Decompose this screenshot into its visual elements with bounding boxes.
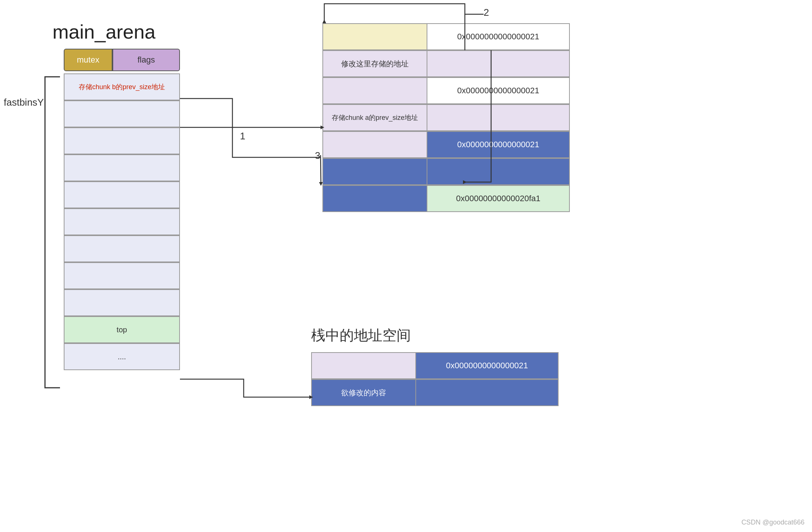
chunk-cell-1-right: 0x0000000000000021: [427, 23, 570, 50]
chunk-cell-3-left: [322, 77, 427, 104]
chunk-row-4: 存储chunk a的prev_size地址: [322, 104, 570, 131]
label-num3: 3: [315, 150, 320, 161]
arena-row-dots: ....: [64, 343, 180, 370]
chunk-cell-7-right: 0x00000000000020fa1: [427, 185, 570, 212]
chunk-row-7: 0x00000000000020fa1: [322, 185, 570, 212]
arena-row-8: [64, 262, 180, 289]
chunk-cell-7-left: [322, 185, 427, 212]
arena-row-5: [64, 181, 180, 208]
page-title: main_arena: [52, 21, 156, 43]
stack-title: 桟中的地址空间: [311, 326, 411, 345]
arena-row-9: [64, 289, 180, 316]
svg-marker-0: [322, 19, 326, 23]
watermark: CSDN @goodcat666: [742, 519, 805, 526]
row1-label: 存储chunk b的prev_size地址: [79, 82, 165, 91]
arena-rows: 存储chunk b的prev_size地址 top ....: [64, 73, 180, 370]
chunk-cell-4-right: [427, 104, 570, 131]
stack-row-1: 0x0000000000000021: [311, 352, 559, 379]
stack-row-2: 欲修改的内容: [311, 379, 559, 406]
chunk-cell-5-left: [322, 131, 427, 158]
chunk-cell-2-right: [427, 50, 570, 77]
fastbins-bracket: [37, 73, 67, 392]
chunk-cell-3-right: 0x0000000000000021: [427, 77, 570, 104]
chunk-cell-5-right: 0x0000000000000021: [427, 131, 570, 158]
chunk-row-1: 0x0000000000000021: [322, 23, 570, 50]
stack-cell-1-left: [311, 352, 416, 379]
stack-cell-1-right: 0x0000000000000021: [416, 352, 559, 379]
arena-row-1: 存储chunk b的prev_size地址: [64, 73, 180, 100]
fastbins-label: fastbinsY: [4, 97, 44, 108]
arena-row-4: [64, 154, 180, 181]
top-chunk-container: 0x0000000000000021 修改这里存储的地址 0x000000000…: [322, 23, 570, 212]
chunk-cell-2-left: 修改这里存储的地址: [322, 50, 427, 77]
chunk-cell-6-right: [427, 158, 570, 185]
arena-row-top: top: [64, 316, 180, 343]
chunk-cell-1-left: [322, 23, 427, 50]
arena-row-7: [64, 235, 180, 262]
chunk-row-2: 修改这里存储的地址: [322, 50, 570, 77]
arena-row-2: [64, 100, 180, 127]
chunk-row-3: 0x0000000000000021: [322, 77, 570, 104]
flags-cell: flags: [112, 49, 180, 71]
arena-row-6: [64, 208, 180, 235]
chunk-row-6: [322, 158, 570, 185]
arena-header: mutex flags: [64, 49, 180, 71]
mutex-cell: mutex: [64, 49, 112, 71]
label-num2: 2: [484, 7, 489, 18]
stack-chunk-container: 0x0000000000000021 欲修改的内容: [311, 352, 559, 406]
chunk-cell-6-left: [322, 158, 427, 185]
arena-row-3: [64, 127, 180, 154]
chunk-cell-4-left: 存储chunk a的prev_size地址: [322, 104, 427, 131]
arena-container: mutex flags 存储chunk b的prev_size地址 top ..…: [64, 49, 180, 370]
chunk-row-5: 0x0000000000000021: [322, 131, 570, 158]
stack-cell-2-right: [416, 379, 559, 406]
stack-cell-2-left: 欲修改的内容: [311, 379, 416, 406]
label-num1: 1: [240, 130, 245, 142]
